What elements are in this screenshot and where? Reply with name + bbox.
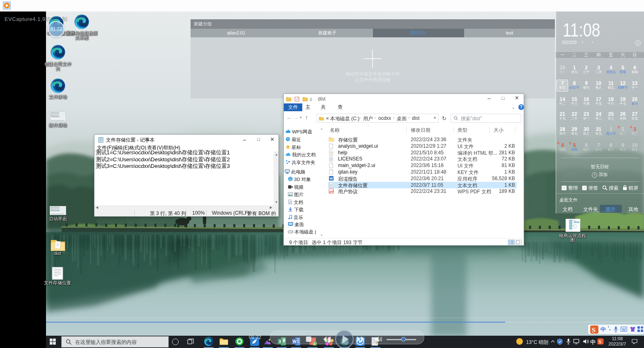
svg-text:S: S bbox=[598, 339, 601, 345]
svg-text:S: S bbox=[592, 326, 596, 334]
svg-text:ρdf: ρdf bbox=[329, 190, 334, 193]
svg-text:4: 4 bbox=[313, 343, 315, 346]
svg-text:8: 8 bbox=[345, 341, 347, 344]
svg-text:?: ? bbox=[330, 151, 332, 155]
svg-text:W: W bbox=[293, 339, 297, 344]
svg-text:X: X bbox=[279, 339, 282, 344]
svg-text:W: W bbox=[330, 176, 334, 181]
